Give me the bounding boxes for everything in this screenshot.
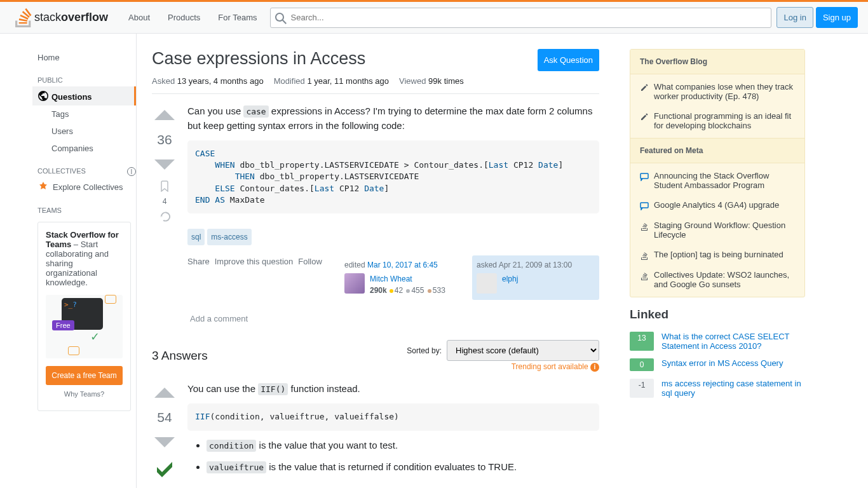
answers-count: 3 Answers: [152, 349, 208, 363]
searchbar: [270, 8, 772, 28]
meta-item[interactable]: The [option] tag is being burninated: [640, 245, 795, 265]
meta-item[interactable]: Google Analytics 4 (GA4) upgrade: [640, 195, 795, 215]
create-team-button[interactable]: Create a free Team: [46, 366, 123, 385]
question-score: 36: [157, 132, 172, 147]
nav-teams[interactable]: For Teams: [210, 9, 264, 26]
nav-products[interactable]: Products: [160, 9, 208, 26]
accepted-check-icon: [153, 458, 176, 481]
meta-heading: Featured on Meta: [630, 138, 804, 163]
teams-promo: Stack Overflow for Teams – Start collabo…: [37, 222, 131, 411]
ask-question-button[interactable]: Ask Question: [538, 49, 599, 71]
nav-about[interactable]: About: [121, 9, 158, 26]
answer-body: You can use the IIF() function instead.: [187, 382, 599, 396]
login-button[interactable]: Log in: [776, 7, 813, 28]
nav-public-heading: PUBLIC: [32, 66, 136, 86]
nav-questions[interactable]: Questions: [32, 86, 136, 105]
top-nav: About Products For Teams: [121, 9, 264, 26]
left-sidebar: Home PUBLIC Questions Tags Users Compani…: [32, 34, 137, 488]
avatar[interactable]: [344, 273, 365, 294]
teams-illustration: >_? Free ✓: [46, 295, 123, 358]
answer-post: 54 You can use the IIF() function instea…: [152, 382, 599, 488]
linked-score: 0: [630, 358, 654, 371]
nav-users[interactable]: Users: [32, 123, 136, 140]
list-item: valueiftrue is the value that is returne…: [207, 460, 599, 475]
globe-icon: [37, 90, 49, 102]
svg-rect-0: [641, 173, 648, 179]
bookmark-icon[interactable]: [159, 180, 170, 192]
tag-sql[interactable]: sql: [187, 229, 205, 245]
question-body: Can you use case expressions in Access? …: [187, 104, 599, 133]
meta-item[interactable]: Collectives Update: WSO2 launches, and G…: [640, 265, 795, 294]
search-input[interactable]: [270, 8, 772, 28]
nav-collectives-heading: COLLECTIVESi: [32, 157, 136, 177]
blog-item[interactable]: What companies lose when they track work…: [640, 77, 795, 106]
answer-score: 54: [157, 410, 172, 425]
history-icon[interactable]: [159, 211, 170, 222]
main-content: Case expressions in Access Ask Question …: [137, 34, 614, 488]
sort-select[interactable]: Highest score (default): [447, 340, 599, 361]
speech-icon: [640, 172, 649, 181]
downvote-button[interactable]: [153, 152, 176, 175]
right-sidebar: The Overflow Blog What companies lose wh…: [614, 34, 805, 488]
share-link[interactable]: Share: [187, 255, 210, 268]
trending-sort-link[interactable]: Trending sort available i: [512, 362, 599, 372]
signup-button[interactable]: Sign up: [816, 7, 858, 28]
question-meta: Asked 13 years, 4 months ago Modified 1 …: [152, 76, 599, 86]
linked-heading: Linked: [630, 308, 805, 322]
topbar: stackoverflow About Products For Teams L…: [0, 2, 868, 34]
upvote-button[interactable]: [153, 104, 176, 127]
speech-icon: [640, 201, 649, 210]
question-post: 36 4 Can you use case expressions in Acc…: [152, 104, 599, 325]
asker-card: asked Apr 21, 2009 at 13:00 elphj: [472, 255, 599, 300]
code-block: CASE WHEN dbo_tbl_property.LASTSERVICEDA…: [187, 140, 599, 214]
sorted-by-label: Sorted by:: [407, 346, 442, 355]
linked-item[interactable]: 13 What is the correct CASE SELECT State…: [630, 332, 805, 351]
pencil-icon: [640, 83, 649, 92]
tag-list: sql ms-access: [187, 229, 599, 245]
bookmark-count: 4: [163, 197, 167, 206]
code-block: IIF(condition, valueiftrue, valueiffalse…: [187, 403, 599, 430]
linked-item[interactable]: -1 ms access rejecting case statement in…: [630, 379, 805, 398]
meta-item[interactable]: Announcing the Stack Overflow Student Am…: [640, 166, 795, 195]
stackoverflow-icon: [15, 8, 32, 27]
search-icon: [275, 13, 287, 24]
tag-ms-access[interactable]: ms-access: [207, 229, 251, 245]
editor-card: edited Mar 10, 2017 at 6:45 Mitch Wheat …: [340, 255, 467, 300]
nav-tags[interactable]: Tags: [32, 105, 136, 123]
linked-score: 13: [630, 332, 654, 351]
nav-explore-collectives[interactable]: Explore Collectives: [32, 177, 136, 196]
blog-item[interactable]: Functional programming is an ideal fit f…: [640, 106, 795, 135]
nav-teams-heading: TEAMS: [32, 196, 136, 217]
meta-item[interactable]: Staging Ground Workflow: Question Lifecy…: [640, 215, 795, 245]
asker-username[interactable]: elphj: [502, 273, 518, 285]
improve-link[interactable]: Improve this question: [215, 255, 294, 268]
downvote-button[interactable]: [153, 430, 176, 453]
edit-time-link[interactable]: Mar 10, 2017 at 6:45: [367, 261, 438, 269]
nav-home[interactable]: Home: [32, 49, 136, 66]
so-icon: [640, 271, 649, 280]
logo[interactable]: stackoverflow: [10, 8, 113, 27]
question-title: Case expressions in Access: [152, 49, 365, 69]
linked-item[interactable]: 0 Syntax error in MS Access Query: [630, 358, 805, 371]
upvote-button[interactable]: [153, 382, 176, 405]
blog-heading: The Overflow Blog: [630, 50, 804, 74]
so-icon: [640, 222, 649, 231]
star-burst-icon: [37, 181, 49, 193]
info-icon[interactable]: i: [127, 167, 136, 176]
add-comment-link[interactable]: Add a comment: [187, 308, 599, 325]
nav-companies[interactable]: Companies: [32, 140, 136, 157]
list-item: condition is the value that you want to …: [207, 438, 599, 453]
follow-link[interactable]: Follow: [298, 255, 322, 268]
avatar[interactable]: [477, 273, 497, 294]
so-icon: [640, 251, 649, 260]
pencil-icon: [640, 112, 649, 121]
why-teams-link[interactable]: Why Teams?: [46, 385, 123, 403]
editor-username[interactable]: Mitch Wheat: [370, 273, 445, 285]
svg-rect-1: [641, 203, 648, 208]
linked-score: -1: [630, 379, 654, 398]
